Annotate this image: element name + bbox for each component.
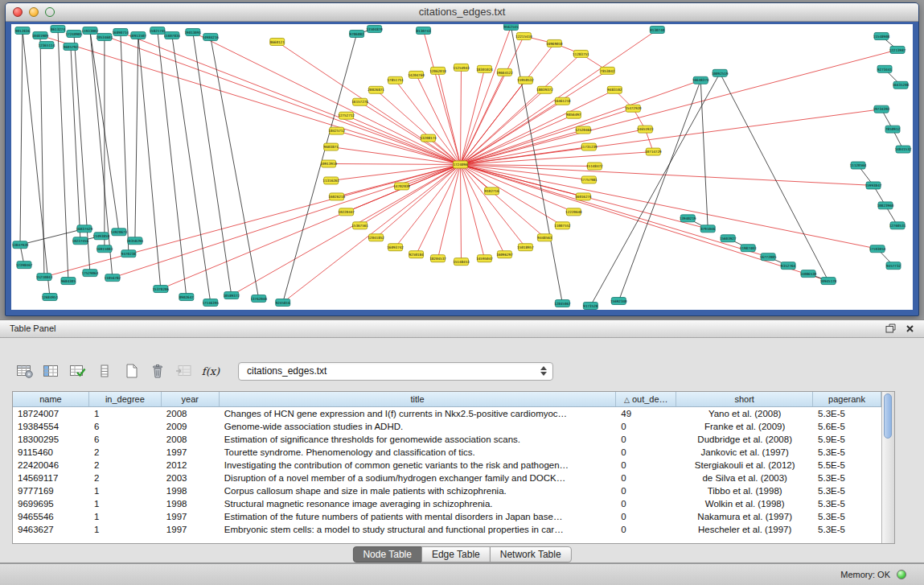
graph-edge[interactable] <box>618 80 700 301</box>
graph-edge[interactable] <box>461 68 462 165</box>
vertical-scrollbar[interactable] <box>881 392 894 543</box>
graph-node[interactable]: 13940219 <box>680 215 696 222</box>
graph-node[interactable]: 19664122 <box>496 68 513 76</box>
graph-node[interactable]: 16157278 <box>351 98 368 105</box>
graph-node[interactable]: 16648374 <box>692 76 709 84</box>
close-button[interactable] <box>13 7 23 17</box>
graph-edge[interactable] <box>90 31 461 165</box>
graph-node[interactable]: 15692340 <box>610 298 627 305</box>
graph-edge[interactable] <box>211 37 259 299</box>
graph-node[interactable]: 12752712 <box>338 112 355 119</box>
graph-edge[interactable] <box>438 71 461 165</box>
graph-edge[interactable] <box>376 90 461 165</box>
graph-node[interactable]: 7853042 <box>600 67 614 74</box>
graph-edge[interactable] <box>424 31 461 165</box>
graph-node[interactable]: 10220447 <box>338 208 355 216</box>
graph-node[interactable]: 9483102 <box>607 86 622 93</box>
graph-node[interactable]: 9273441 <box>877 65 892 72</box>
graph-node[interactable]: 9173528 <box>583 303 598 310</box>
import-table-button[interactable] <box>172 360 196 382</box>
graph-node[interactable]: 14984216 <box>202 33 219 40</box>
graph-node[interactable]: 15950532 <box>517 76 534 84</box>
graph-node[interactable]: 11933002 <box>82 27 99 34</box>
graph-node[interactable]: 16093742 <box>387 244 404 251</box>
graph-edge[interactable] <box>121 32 129 253</box>
graph-node[interactable]: 16890714 <box>113 28 129 35</box>
graph-edge[interactable] <box>193 32 232 295</box>
graph-node[interactable]: 11254943 <box>453 64 470 71</box>
graph-node[interactable]: 11283751 <box>573 50 589 57</box>
graph-node[interactable]: 12365114 <box>39 41 55 48</box>
graph-node[interactable]: 12760531 <box>889 222 906 229</box>
table-row[interactable]: 969969511998Structural magnetic resonanc… <box>13 497 881 510</box>
graph-node[interactable]: 16461218 <box>554 97 571 105</box>
graph-node[interactable]: 15367561 <box>351 222 368 229</box>
graph-edge[interactable] <box>158 31 187 297</box>
graph-edge[interactable] <box>461 165 574 212</box>
graph-node[interactable]: 12213987 <box>889 46 906 53</box>
graph-node[interactable]: 15472920 <box>625 105 642 112</box>
graph-node[interactable]: 9250184 <box>409 251 424 258</box>
edit-columns-button[interactable] <box>66 360 90 382</box>
graph-node[interactable]: 16431208 <box>893 81 910 89</box>
row-options-button[interactable] <box>92 360 117 382</box>
graph-node[interactable]: 17851751 <box>387 76 404 84</box>
graph-node[interactable]: 12845067 <box>554 300 571 307</box>
network-table-selector[interactable]: citations_edges.txt <box>238 362 553 381</box>
graph-node[interactable]: 11120564 <box>850 162 867 169</box>
graph-node[interactable]: 10092519 <box>712 69 729 76</box>
graph-node[interactable]: 17757981 <box>581 176 598 183</box>
graph-node[interactable]: 20026871 <box>368 86 384 93</box>
graph-node[interactable]: 15993847 <box>865 182 882 189</box>
graph-edge[interactable] <box>135 35 138 241</box>
graph-node[interactable]: 14651923 <box>637 126 654 133</box>
graph-node[interactable]: 17103054 <box>869 245 886 253</box>
graph-node[interactable]: 16915083 <box>97 245 113 253</box>
graph-node[interactable]: 14086530 <box>800 270 817 278</box>
graph-node[interactable]: 8660121 <box>270 38 285 45</box>
graph-node[interactable]: 10823960 <box>877 202 894 209</box>
graph-node[interactable]: 12220648 <box>565 208 582 216</box>
graph-node[interactable]: 19013091 <box>184 28 201 35</box>
graph-node[interactable]: 8902647 <box>179 294 194 301</box>
table-row[interactable]: 1456911722003Disruption of a novel membe… <box>13 472 881 484</box>
graph-node[interactable]: 10237456 <box>72 237 89 245</box>
graph-node[interactable]: 14204760 <box>408 71 425 78</box>
table-row[interactable]: 2242004622012Investigating the contribut… <box>13 459 881 472</box>
column-header-pagerank[interactable]: pagerank <box>813 392 881 406</box>
graph-edge[interactable] <box>71 47 80 241</box>
graph-node[interactable]: 19734393 <box>873 105 890 113</box>
graph-node[interactable]: 11548908 <box>873 32 890 39</box>
graph-node[interactable]: 9605792 <box>64 43 78 50</box>
graph-node[interactable]: 11316261 <box>322 177 339 184</box>
graph-node[interactable]: 11007552 <box>554 222 571 229</box>
column-header-year[interactable]: year <box>162 392 220 406</box>
network-view[interactable]: 1724096151484721173123912520464985649716… <box>11 24 913 310</box>
graph-node[interactable]: 20534601 <box>97 33 113 40</box>
graph-node[interactable]: 8613274 <box>51 25 65 32</box>
new-column-button[interactable] <box>119 360 143 382</box>
graph-node[interactable]: 16016274 <box>575 193 592 200</box>
graph-edge[interactable] <box>58 29 68 281</box>
graph-edge[interactable] <box>360 102 461 165</box>
table-row[interactable]: 946554611997Estimation of the future num… <box>13 510 881 523</box>
graph-node[interactable]: 15018957 <box>517 244 534 251</box>
graph-node[interactable]: 9603871 <box>324 143 339 150</box>
graph-node[interactable]: 11607834 <box>163 31 180 39</box>
graph-node[interactable]: 10714729 <box>645 148 662 155</box>
close-panel-icon[interactable] <box>906 324 914 333</box>
graph-node[interactable]: 14702039 <box>393 183 410 190</box>
graph-node[interactable]: 10481909 <box>32 31 49 39</box>
table-row[interactable]: 977716911998Corpus callosum shape and si… <box>13 484 881 497</box>
graph-node[interactable]: 14920673 <box>111 229 128 236</box>
graph-node[interactable]: 16096297 <box>496 251 513 258</box>
graph-node[interactable]: 15378206 <box>153 286 170 293</box>
graph-node[interactable]: 8130740 <box>650 26 664 33</box>
column-header-out-de-[interactable]: △out_de… <box>616 392 676 406</box>
window-titlebar[interactable]: citations_edges.txt <box>6 3 918 22</box>
graph-edge[interactable] <box>461 165 829 282</box>
tab-node-table[interactable]: Node Table <box>352 546 422 562</box>
graph-node[interactable]: 16969010 <box>546 39 563 47</box>
graph-node[interactable]: 11987403 <box>740 245 757 252</box>
graph-node[interactable]: 15148453 <box>453 258 470 266</box>
